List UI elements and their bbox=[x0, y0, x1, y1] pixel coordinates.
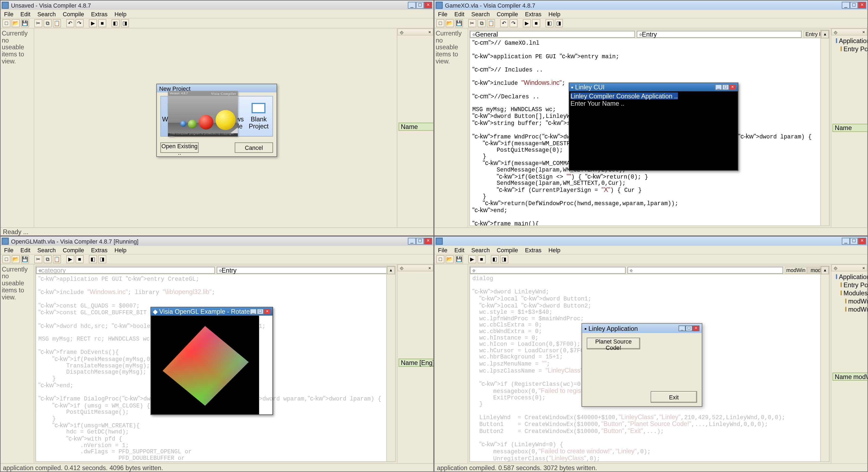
stop-icon[interactable]: ■ bbox=[75, 255, 84, 263]
menu-extras[interactable]: Extras bbox=[89, 11, 110, 17]
menu-file[interactable]: File bbox=[2, 247, 16, 253]
menu-search[interactable]: Search bbox=[35, 11, 58, 17]
menu-help[interactable]: Help bbox=[546, 247, 562, 253]
name-field[interactable]: Name [Eng] bbox=[398, 358, 433, 366]
paste-icon[interactable]: 📋 bbox=[53, 255, 61, 263]
redo-icon[interactable]: ↷ bbox=[509, 19, 518, 27]
close-button[interactable]: × bbox=[264, 308, 271, 314]
menu-extras[interactable]: Extras bbox=[89, 247, 110, 253]
scrollbar[interactable]: ▴ bbox=[820, 266, 829, 462]
solution-tree[interactable]: Application Entry Point bbox=[831, 35, 867, 54]
run-icon[interactable]: ▶ bbox=[523, 19, 531, 27]
minimize-button[interactable]: _ bbox=[842, 238, 850, 245]
titlebar[interactable]: OpenGLMath.vla - Visia Compiler 4.8.7 [R… bbox=[1, 237, 433, 246]
open-icon[interactable]: 📂 bbox=[445, 255, 454, 263]
menu-file[interactable]: File bbox=[436, 247, 450, 253]
exit-button[interactable]: Exit bbox=[651, 391, 697, 403]
tool-icon[interactable]: ◧ bbox=[112, 19, 120, 27]
menu-extras[interactable]: Extras bbox=[523, 247, 544, 253]
minimize-button[interactable]: _ bbox=[678, 325, 685, 331]
maximize-button[interactable]: □ bbox=[850, 238, 858, 245]
titlebar[interactable]: Unsaved - Visia Compiler 4.8.7 _ □ × bbox=[1, 1, 433, 10]
panel-header[interactable]: ⟐× bbox=[397, 264, 433, 271]
menu-help[interactable]: Help bbox=[112, 247, 129, 253]
minimize-button[interactable]: _ bbox=[408, 238, 416, 245]
maximize-button[interactable]: □ bbox=[416, 238, 424, 245]
name-field[interactable]: Name bbox=[833, 124, 867, 132]
close-button[interactable]: × bbox=[692, 325, 700, 331]
panel-close-icon[interactable]: × bbox=[862, 29, 865, 34]
menu-edit[interactable]: Edit bbox=[18, 247, 33, 253]
run-icon[interactable]: ▶ bbox=[66, 255, 74, 263]
cut-icon[interactable]: ✂ bbox=[34, 255, 42, 263]
redo-icon[interactable]: ↷ bbox=[75, 19, 84, 27]
open-existing-button[interactable]: Open Existing .. bbox=[160, 143, 199, 153]
run-icon[interactable]: ▶ bbox=[89, 19, 97, 27]
menu-compile[interactable]: Compile bbox=[60, 11, 86, 17]
new-icon[interactable]: □ bbox=[2, 255, 10, 263]
close-button[interactable]: × bbox=[424, 238, 432, 245]
maximize-button[interactable]: □ bbox=[722, 84, 729, 90]
maximize-button[interactable]: □ bbox=[685, 325, 692, 331]
open-icon[interactable]: 📂 bbox=[445, 19, 454, 27]
save-icon[interactable]: 💾 bbox=[21, 19, 29, 27]
open-icon[interactable]: 📂 bbox=[12, 19, 20, 27]
running-app-window[interactable]: ▪ Linley Application _□× Planet Source C… bbox=[582, 323, 702, 407]
titlebar[interactable]: _□× bbox=[434, 237, 867, 246]
panel-close-icon[interactable]: × bbox=[862, 265, 865, 270]
menu-file[interactable]: File bbox=[2, 11, 16, 17]
tool-icon[interactable]: ◧ bbox=[546, 19, 554, 27]
menu-help[interactable]: Help bbox=[112, 11, 129, 17]
solution-tree[interactable]: Application Entry Point Modules modWndPr… bbox=[831, 271, 867, 315]
console-window[interactable]: ▪ Linley CUI _□× Linley Compiler Console… bbox=[569, 83, 738, 171]
template-blank[interactable]: Blank Project bbox=[245, 96, 273, 136]
stop-icon[interactable]: ■ bbox=[98, 19, 106, 27]
tool-icon[interactable]: ◧ bbox=[491, 255, 499, 263]
open-icon[interactable]: 📂 bbox=[12, 255, 20, 263]
save-icon[interactable]: 💾 bbox=[455, 255, 463, 263]
panel-header[interactable]: ⟐× bbox=[831, 264, 867, 271]
new-icon[interactable]: □ bbox=[436, 255, 444, 263]
tool-icon[interactable]: ◨ bbox=[98, 255, 106, 263]
scope-dropdown[interactable]: ⟐ category bbox=[36, 266, 215, 273]
menu-compile[interactable]: Compile bbox=[60, 247, 86, 253]
paste-icon[interactable]: 📋 bbox=[53, 19, 61, 27]
undo-icon[interactable]: ↶ bbox=[500, 19, 508, 27]
new-icon[interactable]: □ bbox=[436, 19, 444, 27]
menu-compile[interactable]: Compile bbox=[494, 11, 520, 17]
menu-edit[interactable]: Edit bbox=[452, 11, 467, 17]
cut-icon[interactable]: ✂ bbox=[468, 19, 476, 27]
close-button[interactable]: × bbox=[729, 84, 736, 90]
maximize-button[interactable]: □ bbox=[416, 2, 424, 9]
paste-icon[interactable]: 📋 bbox=[487, 19, 495, 27]
copy-icon[interactable]: ⧉ bbox=[477, 19, 486, 27]
copy-icon[interactable]: ⧉ bbox=[43, 255, 52, 263]
scrollbar[interactable]: ▴ bbox=[386, 266, 395, 462]
tab-modwin[interactable]: modWin bbox=[785, 266, 807, 273]
menu-edit[interactable]: Edit bbox=[18, 11, 33, 17]
maximize-button[interactable]: □ bbox=[257, 308, 264, 314]
minimize-button[interactable]: _ bbox=[250, 308, 257, 314]
new-icon[interactable]: □ bbox=[2, 19, 10, 27]
close-button[interactable]: × bbox=[424, 2, 432, 9]
menu-extras[interactable]: Extras bbox=[523, 11, 544, 17]
copy-icon[interactable]: ⧉ bbox=[43, 19, 52, 27]
stop-icon[interactable]: ■ bbox=[477, 255, 486, 263]
minimize-button[interactable]: _ bbox=[408, 2, 416, 9]
tool-icon[interactable]: ◨ bbox=[500, 255, 508, 263]
scope-dropdown[interactable]: ⟐ bbox=[470, 266, 626, 273]
panel-header[interactable]: ⟐× bbox=[397, 28, 433, 35]
name-field[interactable]: Name modWndCreate bbox=[833, 373, 867, 381]
menu-file[interactable]: File bbox=[436, 11, 450, 17]
scrollbar[interactable]: ▴ bbox=[820, 30, 829, 226]
planet-source-button[interactable]: Planet Source Code! bbox=[587, 337, 640, 349]
minimize-button[interactable]: _ bbox=[715, 84, 722, 90]
close-button[interactable]: × bbox=[858, 2, 866, 9]
member-dropdown[interactable]: ⟐ Entry bbox=[637, 31, 802, 38]
undo-icon[interactable]: ↶ bbox=[66, 19, 74, 27]
panel-close-icon[interactable]: × bbox=[429, 265, 431, 270]
console-output[interactable]: Linley Compiler Console Application ..En… bbox=[569, 91, 738, 171]
tool-icon[interactable]: ◨ bbox=[555, 19, 563, 27]
panel-header[interactable]: ⟐× bbox=[831, 28, 867, 35]
tool-icon[interactable]: ◨ bbox=[121, 19, 129, 27]
